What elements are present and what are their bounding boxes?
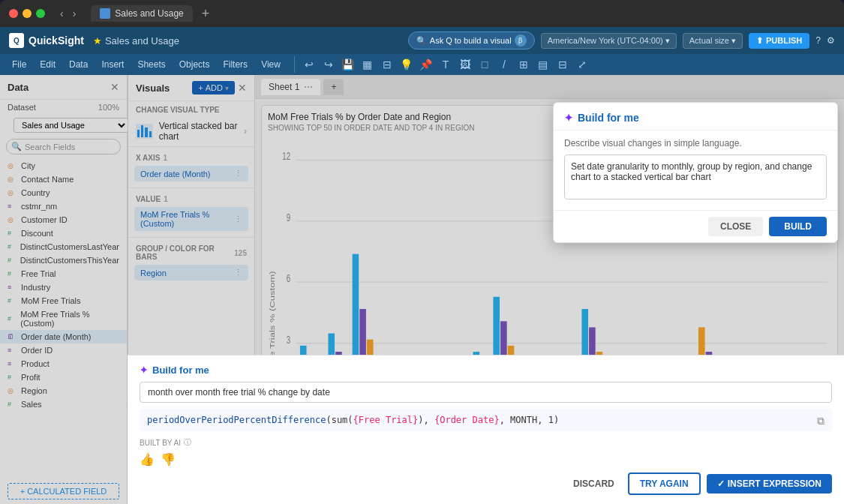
ask-q-label: Ask Q to build a visual [430, 36, 512, 45]
field-name: City [21, 161, 35, 170]
field-name: Industry [21, 283, 50, 292]
browser-chrome: ‹ › Sales and Usage + [0, 0, 844, 27]
try-again-button[interactable]: TRY AGAIN [628, 472, 701, 495]
menu-view[interactable]: View [255, 57, 287, 72]
close-overlay-button[interactable]: CLOSE [708, 217, 763, 236]
layout-icon[interactable]: ⊟ [554, 56, 571, 73]
forward-button[interactable]: › [70, 6, 80, 21]
insert-expression-button[interactable]: ✓ INSERT EXPRESSION [707, 474, 832, 494]
filter-icon[interactable]: ⊟ [379, 56, 395, 73]
x-axis-more-icon[interactable]: ⋮ [234, 169, 242, 178]
field-name: Free Trial [21, 269, 56, 278]
sheet-tab-menu-icon[interactable]: ⋯ [304, 82, 313, 92]
build-overlay-textarea[interactable] [564, 154, 827, 200]
grid-icon[interactable]: ▤ [535, 56, 551, 73]
help-icon[interactable]: ? [815, 35, 821, 46]
bar-chart-icon[interactable]: ▦ [359, 56, 376, 73]
calculated-field-button[interactable]: + CALCULATED FIELD [8, 483, 119, 500]
close-sidebar-icon[interactable]: ✕ [110, 81, 119, 93]
expression-sum: sum( [332, 415, 353, 425]
logo-text: Q [14, 37, 20, 45]
ask-q-button[interactable]: 🔍 Ask Q to build a visual β [408, 32, 535, 50]
close-traffic-light[interactable] [9, 9, 18, 18]
insights-icon[interactable]: 💡 [398, 56, 415, 73]
measure-icon: # [8, 256, 16, 264]
field-order-date[interactable]: 🗓Order date (Month) [0, 330, 127, 344]
new-tab-button[interactable]: + [202, 6, 210, 22]
geo-icon: ◎ [8, 189, 17, 196]
field-discount[interactable]: #Discount [0, 226, 127, 240]
browser-tab[interactable]: Sales and Usage [91, 5, 192, 22]
image-icon[interactable]: 🖼 [457, 56, 473, 73]
thumbs-down-icon[interactable]: 👎 [161, 452, 176, 466]
field-cstmr-nm[interactable]: ≡cstmr_nm [0, 200, 127, 213]
build-overlay-desc: Describe visual changes in simple langua… [564, 138, 827, 148]
value-label: VALUE 1 [128, 193, 254, 206]
settings-icon[interactable]: ⚙ [827, 35, 835, 46]
field-dist-this[interactable]: #DistinctCustomersThisYear [0, 254, 127, 267]
field-product[interactable]: ≡Product [0, 357, 127, 370]
dataset-selector[interactable]: Sales and Usage [14, 118, 128, 133]
field-region[interactable]: ◎Region [0, 384, 127, 398]
field-order-id[interactable]: ≡Order ID [0, 344, 127, 357]
group-more-icon[interactable]: ⋮ [234, 268, 242, 278]
maximize-traffic-light[interactable] [36, 9, 45, 18]
publish-button[interactable]: ⬆ PUBLISH [749, 33, 809, 49]
shape-icon[interactable]: □ [476, 56, 493, 73]
build-overlay-title: Build for me [578, 112, 639, 124]
x-axis-field[interactable]: Order date (Month) ⋮ [134, 166, 248, 182]
add-sheet-button[interactable]: + [323, 79, 344, 95]
menu-filters[interactable]: Filters [217, 57, 254, 72]
sidebar-title: Data [8, 82, 29, 93]
text-icon[interactable]: T [437, 56, 454, 73]
field-dist-last[interactable]: #DistinctCustomersLastYear [0, 240, 127, 254]
close-visuals-icon[interactable]: ✕ [238, 82, 247, 94]
sheet-tab-1[interactable]: Sheet 1 ⋯ [261, 79, 320, 95]
x-axis-field-label: Order date (Month) [140, 170, 211, 178]
field-city[interactable]: ◎City [0, 159, 127, 172]
ask-q-badge: β [515, 34, 527, 46]
field-country[interactable]: ◎Country [0, 186, 127, 200]
field-customer-id[interactable]: ◎Customer ID [0, 213, 127, 226]
field-mom-free-trials-custom[interactable]: #MoM Free Trials % (Custom) [0, 308, 127, 330]
expand-icon[interactable]: ⤢ [574, 56, 590, 73]
redo-icon[interactable]: ↪ [320, 56, 337, 73]
field-sales[interactable]: #Sales [0, 398, 127, 411]
field-profit[interactable]: #Profit [0, 370, 127, 384]
thumbs-up-icon[interactable]: 👍 [140, 452, 155, 466]
field-contact-name[interactable]: ◎Contact Name [0, 172, 127, 186]
field-free-trial[interactable]: #Free Trial [0, 267, 127, 280]
copy-expression-button[interactable]: ⧉ [817, 415, 824, 428]
group-label: GROUP / COLOR FOR BARS 125 [128, 242, 254, 263]
build-bottom-panel: ✦ Build for me ⧉ periodOverPeriodPercent… [128, 355, 844, 504]
menu-sheets[interactable]: Sheets [131, 57, 171, 72]
minimize-traffic-light[interactable] [23, 9, 32, 18]
value-more-icon[interactable]: ⋮ [234, 214, 242, 224]
field-industry[interactable]: ≡Industry [0, 280, 127, 294]
build-overlay-build-button[interactable]: BUILD [769, 217, 827, 236]
favicon [100, 8, 110, 19]
timezone-button[interactable]: America/New York (UTC-04:00) ▾ [541, 33, 677, 49]
menu-objects[interactable]: Objects [173, 57, 216, 72]
field-mom-free-trials[interactable]: #MoM Free Trials [0, 294, 127, 308]
discard-button[interactable]: DISCARD [566, 474, 622, 494]
actual-size-button[interactable]: Actual size ▾ [683, 33, 743, 49]
back-button[interactable]: ‹ [57, 6, 67, 21]
field-name: Discount [21, 229, 53, 238]
group-field[interactable]: Region ⋮ [134, 265, 248, 280]
menu-edit[interactable]: Edit [34, 57, 62, 72]
visual-type-bar-chart[interactable]: Vertical stacked bar chart › [128, 116, 254, 146]
save-icon[interactable]: 💾 [340, 56, 356, 73]
build-bottom-input[interactable] [140, 382, 832, 403]
menu-data[interactable]: Data [63, 57, 94, 72]
value-field[interactable]: MoM Free Trials % (Custom) ⋮ [134, 207, 248, 231]
table-icon[interactable]: ⊞ [515, 56, 532, 73]
field-name: MoM Free Trials [21, 296, 80, 305]
add-visual-button[interactable]: + ADD ▾ [192, 81, 235, 94]
undo-icon[interactable]: ↩ [301, 56, 317, 73]
menu-insert[interactable]: Insert [95, 57, 130, 72]
line-icon[interactable]: / [496, 56, 512, 73]
menu-file[interactable]: File [6, 57, 32, 72]
pin-icon[interactable]: 📌 [418, 56, 434, 73]
topbar: Q QuickSight ★ Sales and Usage 🔍 Ask Q t… [0, 27, 844, 54]
